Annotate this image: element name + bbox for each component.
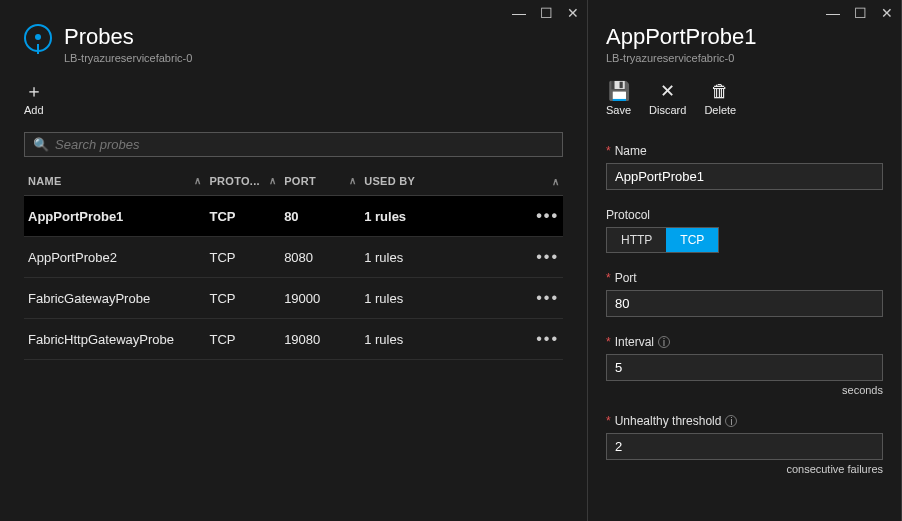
table-row[interactable]: FabricGatewayProbeTCP190001 rules••• — [24, 278, 563, 319]
cell-port: 80 — [280, 196, 360, 237]
detail-form: *Name Protocol HTTP TCP *Port *Intervali… — [588, 126, 901, 475]
row-menu-button[interactable]: ••• — [520, 237, 563, 278]
interval-field[interactable] — [606, 354, 883, 381]
probes-panel: — ☐ ✕ Probes LB-tryazureservicefabric-0 … — [0, 0, 588, 521]
cell-name: FabricGatewayProbe — [24, 278, 205, 319]
cell-name: FabricHttpGatewayProbe — [24, 319, 205, 360]
trash-icon: 🗑 — [711, 82, 729, 100]
port-field[interactable] — [606, 290, 883, 317]
row-menu-button[interactable]: ••• — [520, 278, 563, 319]
col-header-usedby[interactable]: USED BY — [360, 167, 520, 196]
page-subtitle: LB-tryazureservicefabric-0 — [64, 52, 192, 64]
name-field[interactable] — [606, 163, 883, 190]
protocol-http[interactable]: HTTP — [607, 228, 666, 252]
table-row[interactable]: AppPortProbe2TCP80801 rules••• — [24, 237, 563, 278]
cell-port: 8080 — [280, 237, 360, 278]
discard-icon: ✕ — [660, 82, 675, 100]
cell-protocol: TCP — [205, 237, 280, 278]
threshold-field[interactable] — [606, 433, 883, 460]
search-input[interactable] — [55, 137, 554, 152]
sort-icon: ∧ — [194, 175, 201, 186]
probe-detail-panel: — ☐ ✕ AppPortProbe1 LB-tryazureservicefa… — [588, 0, 902, 521]
minimize-icon[interactable]: — — [512, 6, 526, 20]
delete-button[interactable]: 🗑 Delete — [704, 82, 736, 116]
sort-icon: ∧ — [269, 175, 276, 186]
detail-title: AppPortProbe1 — [606, 24, 756, 50]
info-icon[interactable]: i — [658, 336, 670, 348]
interval-label: Interval — [615, 335, 654, 349]
probe-icon — [24, 24, 52, 52]
minimize-icon[interactable]: — — [826, 6, 840, 20]
col-header-name[interactable]: NAME∧ — [24, 167, 205, 196]
cell-name: AppPortProbe2 — [24, 237, 205, 278]
detail-subtitle: LB-tryazureservicefabric-0 — [606, 52, 756, 64]
threshold-unit: consecutive failures — [606, 463, 883, 475]
close-icon[interactable]: ✕ — [881, 6, 893, 20]
detail-toolbar: 💾 Save ✕ Discard 🗑 Delete — [588, 64, 901, 126]
discard-button[interactable]: ✕ Discard — [649, 82, 686, 116]
col-header-port[interactable]: PORT∧ — [280, 167, 360, 196]
add-label: Add — [24, 104, 44, 116]
protocol-tcp[interactable]: TCP — [666, 228, 718, 252]
info-icon[interactable]: i — [725, 415, 737, 427]
table-header-row: NAME∧ PROTO...∧ PORT∧ USED BY ∧ — [24, 167, 563, 196]
plus-icon: ＋ — [25, 82, 43, 100]
col-header-protocol[interactable]: PROTO...∧ — [205, 167, 280, 196]
interval-unit: seconds — [606, 384, 883, 396]
cell-name: AppPortProbe1 — [24, 196, 205, 237]
row-menu-button[interactable]: ••• — [520, 196, 563, 237]
probes-toolbar: ＋ Add — [0, 64, 587, 132]
search-icon: 🔍 — [33, 137, 49, 152]
sort-icon: ∧ — [349, 175, 356, 186]
probes-header: Probes LB-tryazureservicefabric-0 — [0, 0, 587, 64]
save-button[interactable]: 💾 Save — [606, 82, 631, 116]
add-button[interactable]: ＋ Add — [24, 82, 44, 116]
cell-usedby: 1 rules — [360, 237, 520, 278]
window-controls-right: — ☐ ✕ — [826, 6, 893, 20]
delete-label: Delete — [704, 104, 736, 116]
close-icon[interactable]: ✕ — [567, 6, 579, 20]
save-label: Save — [606, 104, 631, 116]
discard-label: Discard — [649, 104, 686, 116]
search-box[interactable]: 🔍 — [24, 132, 563, 157]
table-row[interactable]: AppPortProbe1TCP801 rules••• — [24, 196, 563, 237]
cell-usedby: 1 rules — [360, 278, 520, 319]
cell-protocol: TCP — [205, 319, 280, 360]
cell-port: 19000 — [280, 278, 360, 319]
maximize-icon[interactable]: ☐ — [854, 6, 867, 20]
maximize-icon[interactable]: ☐ — [540, 6, 553, 20]
row-menu-button[interactable]: ••• — [520, 319, 563, 360]
port-label: Port — [615, 271, 637, 285]
protocol-toggle: HTTP TCP — [606, 227, 719, 253]
probes-table: NAME∧ PROTO...∧ PORT∧ USED BY ∧ AppPortP… — [24, 167, 563, 360]
table-row[interactable]: FabricHttpGatewayProbeTCP190801 rules••• — [24, 319, 563, 360]
save-icon: 💾 — [608, 82, 630, 100]
cell-usedby: 1 rules — [360, 196, 520, 237]
col-header-menu: ∧ — [520, 167, 563, 196]
page-title: Probes — [64, 24, 192, 50]
threshold-label: Unhealthy threshold — [615, 414, 722, 428]
window-controls-left: — ☐ ✕ — [512, 6, 579, 20]
sort-icon: ∧ — [552, 176, 559, 187]
cell-port: 19080 — [280, 319, 360, 360]
cell-usedby: 1 rules — [360, 319, 520, 360]
protocol-label: Protocol — [606, 208, 650, 222]
cell-protocol: TCP — [205, 278, 280, 319]
cell-protocol: TCP — [205, 196, 280, 237]
name-label: Name — [615, 144, 647, 158]
